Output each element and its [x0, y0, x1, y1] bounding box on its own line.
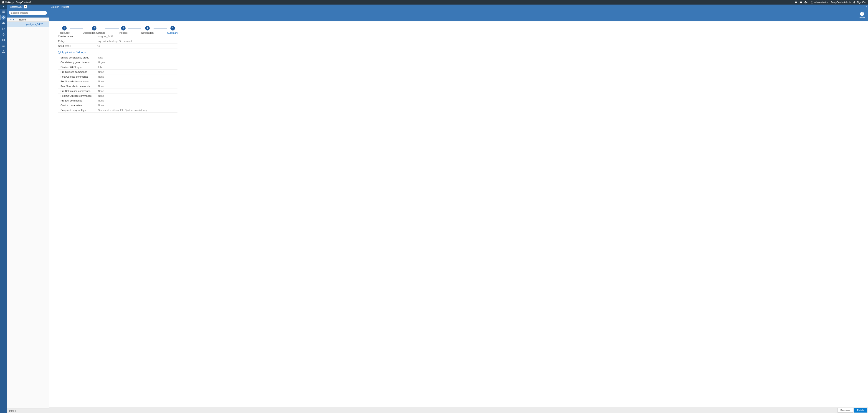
resource-total: Total 1: [9, 410, 16, 412]
summary-row: Post Snapshot commandsNone: [58, 84, 178, 89]
resource-footer: Total 1: [7, 408, 49, 413]
sliders-icon: [2, 44, 5, 47]
search-input[interactable]: [9, 11, 47, 15]
signout-button[interactable]: Sign Out: [853, 1, 866, 4]
summary-row: Pre Snapshot commandsNone: [58, 79, 178, 84]
flag-icon: [13, 19, 15, 21]
info-icon: i: [860, 12, 864, 16]
alert-icon: [2, 50, 5, 53]
summary-row: Disable WAFL syncfalse: [58, 65, 178, 70]
app-settings-section-toggle[interactable]: ⌄ Application Settings: [58, 49, 178, 55]
user-label: administrator: [814, 1, 829, 4]
user-icon: [811, 1, 813, 4]
breadcrumb: Cluster - Protect: [51, 5, 69, 8]
summary-row: Enable consistency groupfalse: [58, 55, 178, 60]
summary-row: Custom parametersNone: [58, 103, 178, 108]
grid-icon: [2, 10, 5, 13]
chevron-right-icon: [2, 5, 5, 8]
nav-storage[interactable]: [0, 37, 7, 43]
nav-toggle[interactable]: [0, 5, 7, 9]
summary-row: Snapshot copy tool typeSnapcenter withou…: [58, 108, 178, 113]
resource-list-header: Name: [7, 18, 49, 22]
content-toolbar: i Details: [49, 9, 868, 21]
step-notification[interactable]: 4 Notification: [141, 26, 154, 34]
tree-icon: [2, 33, 5, 36]
storage-icon: [2, 39, 5, 42]
resource-row-name: postgres_5432: [18, 23, 43, 26]
check-circle-icon: [2, 16, 5, 19]
bell-icon: [795, 1, 797, 4]
top-nav: NetApp SnapCenter® ▾ administrator SnapC…: [0, 0, 868, 5]
resource-type-dropdown[interactable]: ▾: [24, 5, 27, 8]
collapse-icon: ⌄: [58, 51, 61, 54]
previous-button[interactable]: Previous: [838, 408, 853, 413]
step-resource[interactable]: 1 Resource: [59, 26, 70, 34]
nav-resources[interactable]: [0, 14, 7, 20]
breadcrumb-bar: Cluster - Protect ×: [49, 5, 868, 9]
brand-product: SnapCenter®: [16, 1, 31, 4]
gauge-icon: [2, 22, 5, 25]
summary-row: Cluster name postgres_5432: [58, 34, 178, 39]
chart-icon: [2, 27, 5, 30]
role-label[interactable]: SnapCenterAdmin: [831, 1, 851, 4]
nav-reports[interactable]: [0, 26, 7, 32]
nav-settings[interactable]: [0, 43, 7, 49]
summary-row: Pre Quiesce commandsNone: [58, 70, 178, 74]
wizard-stepper: 1 Resource 2 Application Settings 3 Poli…: [58, 26, 868, 34]
help-button[interactable]: ▾: [804, 1, 808, 4]
brand-company: NetApp: [2, 1, 14, 4]
close-panel-button[interactable]: ×: [865, 5, 868, 9]
notifications-button[interactable]: [795, 1, 797, 4]
step-app-settings[interactable]: 2 Application Settings: [83, 26, 105, 34]
resource-row[interactable]: postgres_5432: [7, 22, 49, 27]
step-policies[interactable]: 3 Policies: [119, 26, 128, 34]
summary-row: Send email No: [58, 44, 178, 49]
resource-search-wrap: [7, 9, 49, 18]
summary-row: Policy psql online backup: On demand: [58, 39, 178, 44]
summary-row: Pre Exit commandsNone: [58, 98, 178, 103]
left-nav: [0, 5, 7, 413]
resource-type-selector[interactable]: PostgreSQL ▾: [7, 5, 49, 9]
summary-table: Cluster name postgres_5432 Policy psql o…: [58, 34, 178, 113]
resource-panel: PostgreSQL ▾ Name postgres_5432 Total 1: [7, 5, 49, 413]
brand: NetApp SnapCenter®: [2, 1, 31, 4]
signout-icon: [853, 1, 856, 4]
resource-type-label: PostgreSQL: [9, 5, 22, 8]
netapp-logo-icon: [2, 1, 4, 3]
name-column-header[interactable]: Name: [18, 18, 26, 21]
finish-button[interactable]: Finish: [854, 408, 867, 413]
sort-icons[interactable]: [7, 19, 18, 21]
summary-row: Pre UnQuiesce commandsNone: [58, 89, 178, 94]
details-button[interactable]: i Details: [859, 12, 865, 19]
nav-monitor[interactable]: [0, 20, 7, 26]
step-summary[interactable]: 5 Summary: [167, 26, 178, 34]
sort-asc-icon: [10, 19, 12, 21]
nav-alerts[interactable]: [0, 49, 7, 54]
help-icon: [804, 1, 807, 4]
caret-down-icon: ▾: [807, 1, 808, 3]
summary-row: Consistency group timeoutUrgent: [58, 60, 178, 65]
nav-hosts[interactable]: [0, 32, 7, 37]
user-menu[interactable]: administrator: [811, 1, 829, 4]
mail-icon: [800, 1, 802, 4]
wizard-body: 1 Resource 2 Application Settings 3 Poli…: [49, 21, 868, 407]
summary-row: Post Quiesce commandsNone: [58, 74, 178, 79]
messages-button[interactable]: [800, 1, 802, 4]
content-area: Cluster - Protect × i Details 1 Resource…: [49, 5, 868, 413]
summary-row: Post UnQuiesce commandsNone: [58, 94, 178, 98]
details-label: Details: [859, 17, 865, 19]
wizard-footer: Previous Finish: [49, 407, 868, 413]
nav-dashboard[interactable]: [0, 9, 7, 14]
